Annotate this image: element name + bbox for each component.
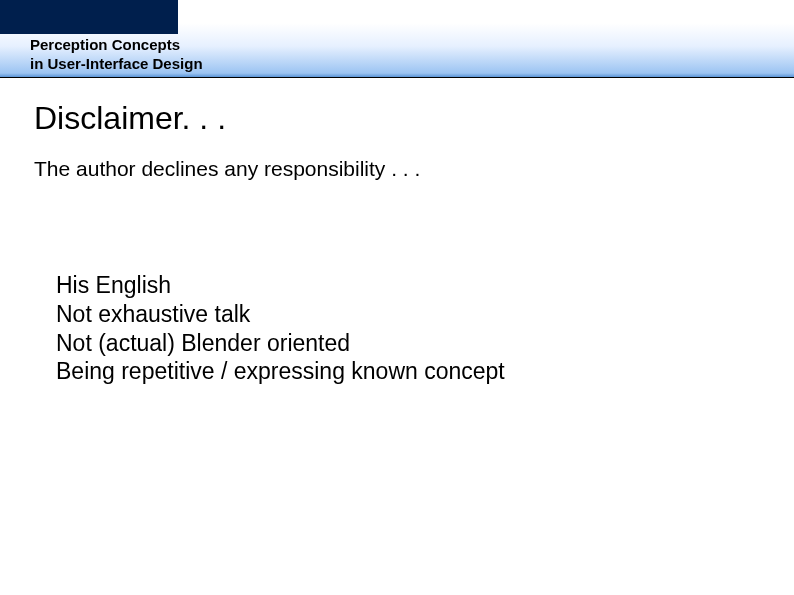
header-title-line1: Perception Concepts xyxy=(30,36,203,55)
slide-content: Disclaimer. . . The author declines any … xyxy=(0,78,794,386)
header-band: Perception Concepts in User-Interface De… xyxy=(0,0,794,78)
point-item: His English xyxy=(56,271,760,300)
point-item: Not exhaustive talk xyxy=(56,300,760,329)
header-title-line2: in User-Interface Design xyxy=(30,55,203,74)
slide-body: His English Not exhaustive talk Not (act… xyxy=(34,271,760,386)
point-item: Being repetitive / expressing known conc… xyxy=(56,357,760,386)
presentation-header-title: Perception Concepts in User-Interface De… xyxy=(30,36,203,74)
slide-subtitle: The author declines any responsibility .… xyxy=(34,157,760,181)
slide-title: Disclaimer. . . xyxy=(34,100,760,137)
header-accent-box xyxy=(0,0,178,34)
point-item: Not (actual) Blender oriented xyxy=(56,329,760,358)
